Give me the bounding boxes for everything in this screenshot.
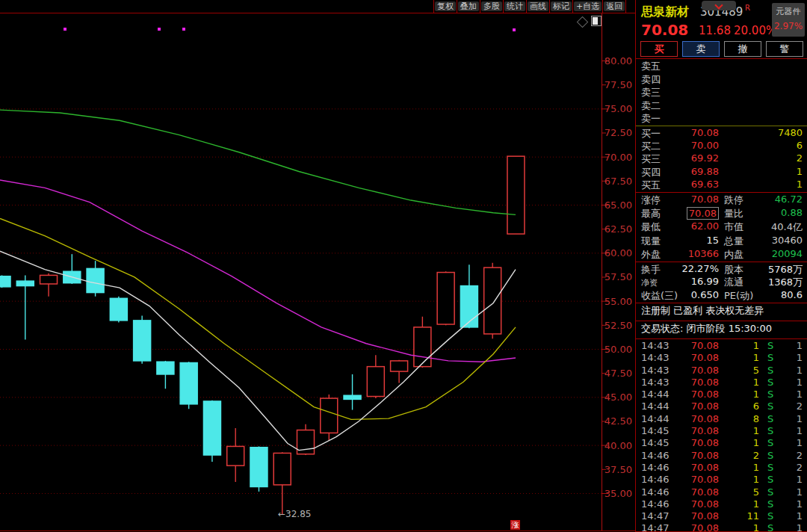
sell-level-row[interactable]: 卖三: [636, 86, 807, 99]
split-pane-icon[interactable]: [591, 16, 602, 26]
trade-side: S: [767, 377, 773, 388]
buy-level-row[interactable]: 买二 70.00 6: [636, 140, 807, 152]
stat-label: 外盘: [641, 248, 661, 262]
stat-value: 30460: [772, 235, 803, 246]
trade-side: S: [767, 474, 773, 485]
trade-time: 14:46: [641, 474, 669, 485]
trade-side: S: [767, 365, 773, 376]
trade-price: 70.08: [691, 400, 719, 412]
trade-time: 14:46: [641, 486, 669, 498]
buy-level-price: 70.08: [691, 127, 719, 138]
tick-trade-row: 14:45 70.08 1 S 1: [636, 437, 807, 449]
svg-text:50.00: 50.00: [605, 344, 632, 355]
trade-price: 70.08: [691, 510, 719, 522]
trade-button[interactable]: 买: [640, 41, 678, 57]
stat-value: 62.00: [691, 220, 719, 232]
stat-value: 0.88: [781, 207, 803, 218]
trade-price: 70.08: [691, 389, 719, 400]
svg-text:67.50: 67.50: [605, 176, 632, 187]
trade-time: 14:45: [641, 425, 669, 436]
buy-level-volume: 6: [797, 140, 803, 151]
sell-level-row[interactable]: 卖二: [636, 99, 807, 113]
stat-label: PE(动): [724, 289, 753, 303]
fundamental-stats: 换手 22.27% 股本 5768万 净资 16.99 流通 1368万 收益(…: [636, 263, 807, 302]
trade-button[interactable]: 警: [766, 41, 803, 57]
tick-trade-row: 14:46 70.08 1 S 1: [636, 498, 807, 510]
buy-level-label: 买一: [641, 127, 661, 140]
trade-price: 70.08: [691, 522, 719, 531]
trade-count: 1: [797, 474, 803, 485]
trade-volume: 1: [753, 340, 759, 351]
trade-price: 70.08: [691, 450, 719, 461]
svg-text:60.00: 60.00: [605, 247, 632, 259]
buy-level-row[interactable]: 买三 69.92 2: [636, 152, 807, 165]
svg-text:77.50: 77.50: [605, 79, 632, 90]
trade-price: 70.08: [691, 462, 719, 473]
tick-trade-row: 14:44 70.08 6 S 2: [636, 400, 807, 412]
kline-chart[interactable]: 80.0077.5075.0072.5070.0067.5065.0062.50…: [0, 0, 635, 532]
svg-text:37.50: 37.50: [605, 464, 632, 475]
trade-volume: 11: [746, 510, 759, 522]
stat-label: 净资: [641, 277, 658, 288]
stat-row: 现量 15 总量 30460: [636, 235, 807, 248]
trade-count: 1: [797, 365, 803, 376]
trade-count: 2: [797, 462, 803, 473]
buy-level-label: 买二: [641, 140, 661, 153]
sell-level-row[interactable]: 卖五: [636, 60, 807, 73]
tick-trade-list[interactable]: 14:43 70.08 1 S 1 14:43 70.08 1 S 1 14:4…: [636, 340, 807, 531]
sector-badge[interactable]: 元器件 2.97%: [772, 3, 805, 37]
tick-trade-row: 14:43 70.08 1 S 1: [636, 377, 807, 389]
buy-level-row[interactable]: 买一 70.08 7480: [636, 127, 807, 140]
trade-volume: 1: [753, 377, 759, 388]
trade-button[interactable]: 撤: [724, 41, 761, 57]
trade-count: 1: [797, 498, 803, 510]
buy-level-row[interactable]: 买四 69.88 1: [636, 166, 807, 179]
queue-divider: [636, 126, 807, 126]
buy-level-price: 69.63: [691, 179, 719, 190]
svg-text:57.50: 57.50: [605, 271, 632, 282]
stat-row: 换手 22.27% 股本 5768万: [636, 263, 807, 276]
buy-level-price: 69.92: [691, 152, 719, 164]
stat-label: 跌停: [724, 194, 743, 207]
divider: [636, 262, 807, 262]
collapse-chevron-icon[interactable]: [702, 1, 736, 10]
trade-volume: 5: [753, 365, 759, 376]
trade-side: S: [767, 352, 773, 363]
trade-volume: 1: [753, 474, 759, 485]
stat-value: 46.72: [775, 194, 803, 205]
trade-time: 14:47: [641, 510, 669, 522]
trade-count: 1: [797, 389, 803, 400]
svg-text:35.00: 35.00: [605, 488, 632, 499]
trade-side: S: [767, 498, 773, 510]
trade-price: 70.08: [691, 498, 719, 510]
buy-level-volume: 7480: [778, 127, 803, 138]
trade-time: 14:46: [641, 450, 669, 461]
sell-level-row[interactable]: 卖一: [636, 112, 807, 126]
trade-price: 70.08: [691, 413, 719, 424]
trade-volume: 1: [753, 437, 759, 448]
stat-value: 70.08: [691, 194, 719, 205]
trade-button[interactable]: 卖: [682, 41, 720, 57]
trade-side: S: [767, 389, 773, 400]
divider: [636, 303, 807, 303]
trade-count: 1: [797, 486, 803, 498]
trade-volume: 5: [753, 486, 759, 498]
trade-time: 14:46: [641, 498, 669, 510]
trade-price: 70.08: [691, 486, 719, 498]
trade-side: S: [767, 486, 773, 498]
buy-level-row[interactable]: 买五 69.63 1: [636, 179, 807, 191]
stat-row: 最低 62.00 市值 40.4亿: [636, 220, 807, 234]
stat-value: 40.4亿: [771, 220, 803, 234]
trade-count: 2: [797, 400, 803, 412]
tick-trade-row: 14:44 70.08 1 S 1: [636, 389, 807, 400]
trade-time: 14:46: [641, 462, 669, 473]
trade-time: 14:43: [641, 365, 669, 376]
sell-level-label: 卖四: [641, 73, 661, 87]
trade-volume: 1: [753, 352, 759, 363]
tick-trade-row: 14:46 70.08 5 S 1: [636, 486, 807, 498]
buy-level-price: 69.88: [691, 166, 719, 177]
trade-side: S: [767, 462, 773, 473]
sell-level-row[interactable]: 卖四: [636, 73, 807, 87]
low-price-annotation: ←32.85: [278, 509, 311, 519]
trade-price: 70.08: [691, 340, 719, 351]
